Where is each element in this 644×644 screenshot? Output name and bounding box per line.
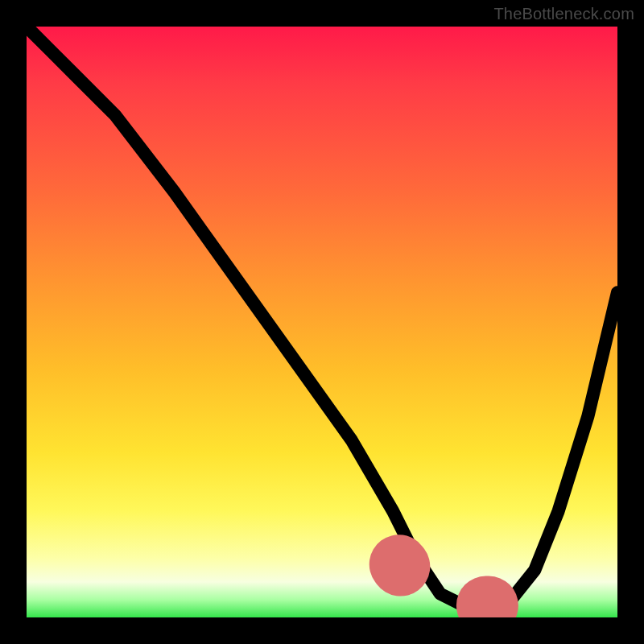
chart-frame: TheBottleneck.com Black curve: approxima… xyxy=(0,0,644,644)
bottleneck-curve-line xyxy=(27,27,617,605)
optimal-zone-dots xyxy=(398,564,517,605)
chart-plot xyxy=(27,27,617,617)
watermark: TheBottleneck.com xyxy=(493,5,634,23)
chart-svg xyxy=(27,27,617,617)
